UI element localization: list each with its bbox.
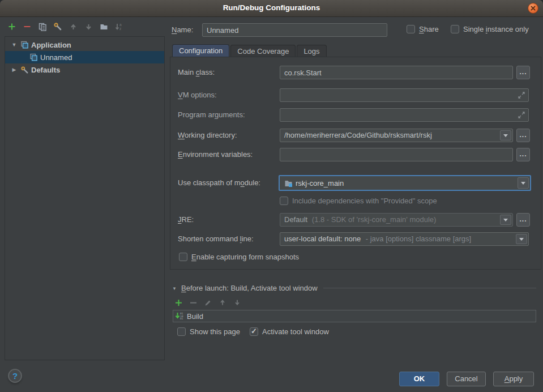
run-debug-configurations-dialog: Run/Debug Configurations (0, 0, 543, 392)
question-mark-icon: ? (12, 371, 18, 381)
move-up-icon[interactable] (69, 22, 78, 31)
show-this-page-checkbox[interactable]: Show this page (177, 327, 240, 336)
working-directory-label: Working directory: (178, 129, 237, 142)
svg-text:a: a (119, 23, 122, 27)
share-checkbox[interactable]: Share (407, 25, 439, 33)
single-instance-label: Single instance only (463, 25, 529, 33)
tree-item-label: Application (31, 41, 71, 49)
single-instance-checkbox-box[interactable] (451, 25, 459, 33)
tree-collapsed-icon[interactable]: ▶ (11, 67, 18, 73)
add-icon[interactable] (7, 22, 16, 31)
name-input[interactable] (202, 23, 387, 37)
tab-code-coverage[interactable]: Code Coverage (230, 45, 296, 57)
activate-tool-window-label: Activate tool window (262, 327, 329, 336)
jre-value: Default (284, 215, 307, 224)
before-launch-build-item[interactable]: 01 10 01 Build (173, 310, 536, 322)
section-collapse-icon[interactable]: ▾ (171, 286, 178, 291)
edit-icon[interactable] (203, 298, 212, 307)
configurations-toolbar: a z (7, 22, 123, 31)
tree-item-label: Unnamed (40, 53, 72, 62)
chevron-down-icon (503, 134, 508, 137)
copy-icon[interactable] (38, 22, 47, 31)
jre-dropdown-button[interactable] (500, 215, 511, 225)
move-up-icon[interactable] (218, 298, 227, 307)
single-instance-checkbox[interactable]: Single instance only (451, 25, 529, 33)
edit-defaults-icon[interactable] (53, 22, 62, 31)
defaults-wrench-icon (20, 65, 29, 74)
tree-item-application[interactable]: ▼ Application (5, 39, 164, 51)
classpath-module-combobox[interactable]: rskj-core_main (279, 175, 531, 191)
share-label: Share (419, 25, 439, 33)
share-checkbox-box[interactable] (407, 25, 415, 33)
svg-text:01: 01 (180, 317, 183, 320)
build-item-label: Build (187, 312, 203, 321)
jre-browse-button[interactable]: ... (516, 213, 530, 227)
shorten-command-line-dropdown-button[interactable] (516, 234, 527, 244)
add-icon[interactable] (174, 298, 183, 307)
activate-tool-window-checkbox[interactable]: Activate tool window (250, 327, 329, 336)
close-icon (530, 5, 536, 11)
tree-expanded-icon[interactable]: ▼ (11, 42, 18, 48)
move-down-icon[interactable] (84, 22, 93, 31)
tree-item-label: Defaults (31, 66, 60, 74)
classpath-module-value: rskj-core_main (296, 179, 344, 188)
working-directory-dropdown-button[interactable] (500, 130, 511, 140)
form-snapshots-checkbox-box[interactable] (179, 253, 187, 261)
cancel-button[interactable]: Cancel (447, 372, 486, 386)
before-launch-toolbar (174, 298, 242, 307)
jre-value-detail: (1.8 - SDK of 'rskj-core_main' module) (312, 215, 437, 224)
environment-variables-input[interactable] (280, 148, 513, 161)
main-class-input[interactable] (280, 66, 513, 79)
ok-button[interactable]: OK (399, 372, 439, 386)
application-icon (29, 53, 38, 62)
classpath-module-dropdown-button[interactable] (518, 177, 529, 189)
working-directory-browse-button[interactable]: ... (516, 129, 530, 142)
expand-field-icon[interactable] (518, 111, 525, 121)
chevron-down-icon (503, 219, 508, 221)
chevron-down-icon (519, 238, 524, 241)
vm-options-input[interactable] (280, 88, 529, 102)
show-this-page-label: Show this page (190, 327, 240, 336)
new-folder-icon[interactable] (99, 22, 108, 31)
before-launch-section-header[interactable]: ▾ Before launch: Build, Activate tool wi… (171, 284, 536, 292)
chevron-down-icon (521, 182, 525, 185)
section-divider (323, 288, 536, 288)
include-provided-checkbox[interactable]: Include dependencies with "Provided" sco… (280, 197, 437, 205)
title-bar[interactable]: Run/Debug Configurations (0, 0, 543, 17)
activate-tool-window-checkbox-box[interactable] (250, 327, 258, 336)
sort-alphabetically-icon[interactable]: a z (114, 22, 123, 31)
include-provided-checkbox-box[interactable] (280, 197, 288, 205)
environment-variables-browse-button[interactable]: ... (516, 148, 530, 161)
jre-combobox[interactable]: Default (1.8 - SDK of 'rskj-core_main' m… (280, 213, 513, 227)
show-this-page-checkbox-box[interactable] (177, 327, 186, 336)
vm-options-label: VM options: (178, 88, 217, 102)
dialog-title: Run/Debug Configurations (0, 3, 543, 12)
jre-label: JRE: (178, 213, 194, 227)
expand-field-icon[interactable] (518, 91, 525, 101)
working-directory-value: /home/meriherrera/Code/Github/rsksmart/r… (284, 131, 432, 139)
main-class-browse-button[interactable]: ... (516, 66, 530, 79)
program-arguments-input[interactable] (280, 108, 529, 122)
shorten-command-line-combobox[interactable]: user-local default: none - java [options… (280, 232, 529, 246)
shorten-command-line-label: Shorten command line: (178, 232, 254, 246)
tree-item-defaults[interactable]: ▶ Defaults (5, 63, 164, 76)
tab-logs[interactable]: Logs (297, 45, 326, 57)
name-label: Name: (172, 23, 193, 37)
move-down-icon[interactable] (233, 298, 242, 307)
form-snapshots-checkbox[interactable]: Enable capturing form snapshots (179, 253, 299, 261)
tab-configuration[interactable]: Configuration (172, 44, 229, 57)
remove-icon[interactable] (23, 22, 32, 31)
close-button[interactable] (528, 3, 538, 14)
tree-item-unnamed-selected[interactable]: Unnamed (5, 51, 164, 63)
help-button[interactable]: ? (8, 369, 22, 383)
remove-icon[interactable] (189, 298, 198, 307)
program-arguments-label: Program arguments: (178, 108, 245, 122)
application-icon (20, 40, 29, 49)
shorten-command-line-detail: - java [options] classname [args] (366, 235, 471, 243)
configuration-tab-panel: Main class: ... VM options: Program argu… (170, 57, 541, 270)
configurations-tree: ▼ Application Unnamed ▶ (5, 36, 165, 360)
shorten-command-line-value: user-local default: none (284, 235, 361, 243)
working-directory-combobox[interactable]: /home/meriherrera/Code/Github/rsksmart/r… (280, 129, 513, 142)
apply-button[interactable]: Apply (493, 372, 534, 386)
environment-variables-label: Environment variables: (178, 148, 253, 161)
